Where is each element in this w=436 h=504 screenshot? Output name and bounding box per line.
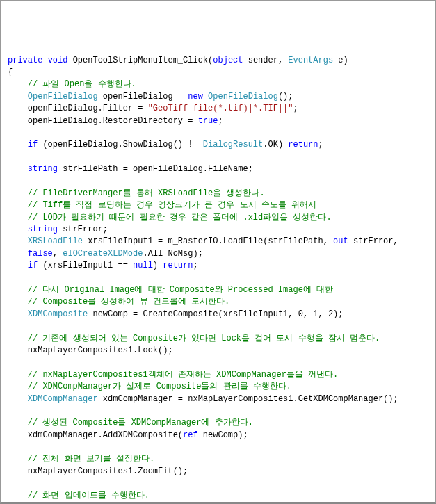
code-token-text: xdmCompManager.AddXDMComposite( [8,430,183,440]
code-token-kw: null [133,261,153,270]
code-token-text: (xrsFileInput1 == [38,261,133,270]
code-token-cmt: // XDMCompManager가 실제로 Composite들의 관리를 수… [28,382,291,391]
code-token-text: sender, [243,56,289,65]
code-token-type: XDMComposite [28,309,88,319]
code-token-text [8,382,28,391]
code-token-kw: false [28,249,53,259]
code-token-cmt: // Composite를 생성하여 뷰 컨트롤에 도시한다. [28,297,229,307]
code-token-text [8,225,28,234]
code-token-text: ) [153,261,163,270]
code-token-kw: string [28,225,58,234]
code-token-text [8,92,28,101]
code-token-kw: if [28,140,38,149]
code-token-text: openFileDialog = [98,92,188,101]
code-token-cmt: // 다시 Original Image에 대한 Composite와 Proc… [28,285,333,295]
code-token-kw: private [8,56,42,65]
code-token-cmt: // nxMapLayerComposites1객체에 존재하는 XDMComp… [28,370,338,380]
code-token-type: XDMCompManager [28,394,98,404]
code-token-text [8,200,28,210]
code-token-kw: out [333,236,348,246]
code-token-kw: ref [183,430,198,440]
code-token-cmt: // LOD가 필요하기 때문에 필요한 경우 같은 폴더에 .xld파일을 생… [28,213,332,222]
code-token-cmt: // 생성된 Composite를 XDMCompManager에 추가한다. [28,418,253,428]
code-token-text [8,297,28,307]
code-token-type: EventArgs [288,56,333,65]
code-token-kw: string [28,164,58,174]
code-token-text: (openFileDialog.ShowDialog() != [38,140,203,149]
code-token-text: OpenToolStripMenuItem_Click( [67,56,213,65]
code-block: private void OpenToolStripMenuItem_Click… [8,55,428,504]
code-token-kw: true [198,116,218,126]
code-token-text [8,309,28,319]
code-token-text [8,394,28,404]
code-token-text [42,56,47,65]
code-token-cmt: // 파일 Open을 수행한다. [28,79,136,89]
code-token-str: "GeoTiff file(*.tif)|*.TIF||" [148,104,293,113]
code-token-cmt: // FileDriverManger를 통해 XRSLoadFile을 생성한… [28,188,265,198]
code-token-text [203,92,208,101]
code-token-text [8,213,28,222]
code-token-text: , [53,249,63,259]
code-token-type: eIOCreateXLDMode [63,249,143,259]
code-token-type: XRSLoadFile [28,236,83,246]
code-token-kw: if [28,261,38,270]
code-token-kw: object [213,56,243,65]
code-token-text: xrsFileInput1 = m_RasterIO.LoadFile(strF… [83,236,333,246]
code-token-kw: void [48,56,68,65]
code-token-type: DialogResult [203,140,263,149]
code-token-kw: return [288,140,318,149]
code-token-kw: return [163,261,193,270]
code-token-kw: new [188,92,203,101]
code-token-text: .OK) [263,140,288,149]
code-token-cmt: // Tiff를 직접 로딩하는 경우 영상크기가 큰 경우 도시 속도를 위해… [28,200,316,210]
code-token-cmt: // 전체 화면 보기를 설정한다. [28,454,154,464]
code-token-type: OpenFileDialog [208,92,278,101]
code-token-type: OpenFileDialog [28,92,98,101]
code-token-cmt: // 기존에 생성되어 있는 Composite가 있다면 Lock을 걸어 도… [28,334,380,343]
code-token-cmt: // 화면 업데이트를 수행한다. [28,491,150,501]
